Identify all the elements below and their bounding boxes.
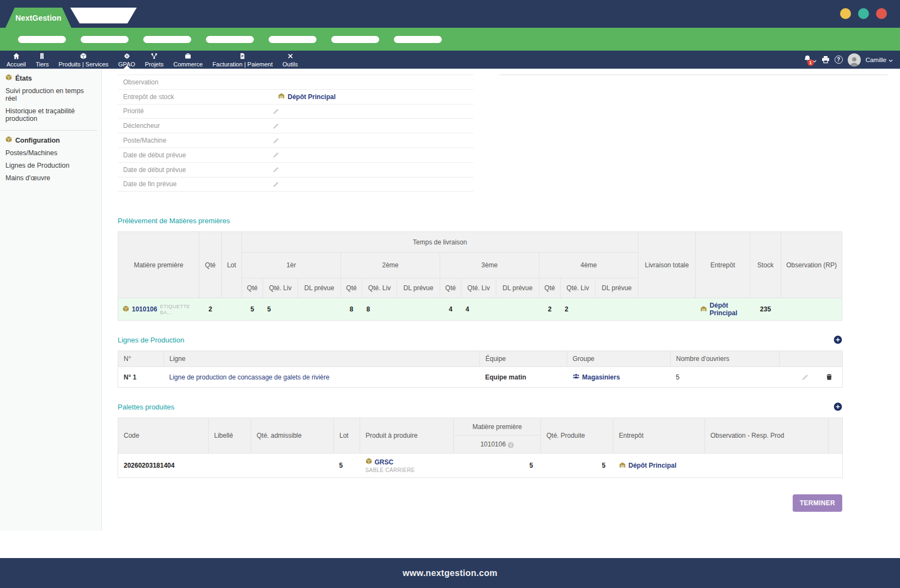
- palette-entrepot-link[interactable]: Dépôt Principal: [613, 462, 705, 470]
- edit-pencil-icon[interactable]: [273, 181, 279, 187]
- edit-pencil-icon[interactable]: [802, 374, 808, 381]
- delivery-4-qte-liv: 2: [561, 298, 595, 321]
- subcol-dl-prevue: DL prévue: [595, 278, 638, 298]
- menu-pill[interactable]: [143, 36, 191, 43]
- sidebar-item-suivi-production[interactable]: Suivi production en temps réel: [0, 85, 101, 105]
- detail-row-date-debut-prevue-2: Date de début prévue: [118, 163, 473, 177]
- edit-pencil-icon[interactable]: [273, 108, 279, 114]
- info-icon[interactable]: [508, 442, 514, 448]
- window-controls: [840, 8, 887, 19]
- add-line-button[interactable]: [834, 335, 842, 344]
- palettes-section-header: Palettes produites: [118, 402, 842, 411]
- sidebar-item-postes-machines[interactable]: Postes/Machines: [0, 147, 101, 160]
- col-header-stock: Stock: [750, 232, 781, 298]
- nav-item-gpao[interactable]: GPAO: [113, 51, 140, 69]
- tools-icon: [287, 53, 294, 59]
- avatar[interactable]: [848, 53, 861, 66]
- delivery-2-dl-prevue: [397, 298, 440, 321]
- nav-item-projets[interactable]: Projets: [140, 51, 168, 69]
- produit-code-label: GRSC: [375, 458, 394, 466]
- edit-pencil-icon[interactable]: [273, 123, 279, 129]
- nav-item-tiers[interactable]: Tiers: [31, 51, 53, 69]
- material-entrepot-link[interactable]: Dépôt Principal: [696, 302, 750, 317]
- field-label: Date de fin prévue: [118, 180, 267, 188]
- menu-pill[interactable]: [206, 36, 254, 43]
- menu-pill[interactable]: [18, 36, 66, 43]
- window-close-dot[interactable]: [876, 8, 887, 19]
- nav-item-outils[interactable]: Outils: [278, 51, 303, 69]
- palette-code: 20260203181404: [118, 454, 209, 478]
- cube-gold-icon: [123, 305, 129, 314]
- edit-pencil-icon[interactable]: [273, 167, 279, 173]
- col-header-qte-produite: Qté. Produite: [541, 418, 613, 454]
- field-label: Observation: [118, 78, 267, 86]
- window-maximize-dot[interactable]: [858, 8, 869, 19]
- material-code-link[interactable]: 1010106: [132, 305, 157, 313]
- user-menu[interactable]: Camille: [866, 57, 893, 63]
- brand-logo-tab[interactable]: NextGestion: [5, 8, 71, 28]
- notifications-button[interactable]: 1: [804, 55, 817, 65]
- material-livraison-totale: [638, 298, 696, 321]
- sidebar-item-lignes-production[interactable]: Lignes de Production: [0, 160, 101, 172]
- nav-item-produits-services[interactable]: Produits | Services: [54, 51, 114, 69]
- main-content: Observation Entrepôt de stock Dépôt Prin…: [102, 69, 900, 558]
- nav-item-label: GPAO: [118, 61, 135, 68]
- delivery-3-dl-prevue: [496, 298, 539, 321]
- menu-pill[interactable]: [331, 36, 379, 43]
- col-header-lot: Lot: [222, 232, 242, 298]
- line-groupe-link[interactable]: Magasiniers: [573, 373, 665, 381]
- edit-pencil-icon[interactable]: [273, 152, 279, 158]
- production-order-details: Observation Entrepôt de stock Dépôt Prin…: [118, 75, 473, 192]
- delivery-2-qte: 8: [341, 298, 362, 321]
- nav-item-accueil[interactable]: Accueil: [2, 51, 31, 69]
- nav-item-commerce[interactable]: Commerce: [168, 51, 208, 69]
- menu-pill[interactable]: [81, 36, 129, 43]
- sidebar-section-title: Configuration: [15, 137, 60, 144]
- terminer-button[interactable]: TERMINER: [793, 494, 842, 512]
- trash-icon[interactable]: [826, 373, 832, 381]
- subcol-qte-liv: Qté. Liv: [561, 278, 595, 298]
- site-footer: www.nextgestion.com: [0, 558, 900, 588]
- palette-observation: [705, 454, 829, 478]
- add-palette-button[interactable]: [834, 402, 842, 411]
- line-name-link[interactable]: Ligne de production de concassage de gal…: [164, 367, 480, 388]
- edit-pencil-icon[interactable]: [273, 138, 279, 144]
- col-header-num: N°: [118, 351, 164, 367]
- window-minimize-dot[interactable]: [840, 8, 851, 19]
- col-header-qte: Qté: [199, 232, 222, 298]
- warehouse-icon: [278, 93, 285, 101]
- nav-item-label: Commerce: [173, 61, 203, 68]
- palettes-table: Code Libellé Qté. admissible Lot Produit…: [118, 418, 843, 478]
- subcol-qte: Qté: [440, 278, 461, 298]
- window-tab-blank[interactable]: [70, 8, 137, 23]
- col-header-livraison-totale: Livraison totale: [638, 232, 696, 298]
- nav-item-facturation-paiement[interactable]: Facturation | Paiement: [208, 51, 277, 69]
- help-icon[interactable]: [835, 56, 843, 64]
- palette-qte-produite: 5: [541, 454, 613, 478]
- col-header-libelle: Libellé: [209, 418, 251, 454]
- detail-row-date-fin-prevue: Date de fin prévue: [118, 177, 473, 192]
- col-header-ligne: Ligne: [164, 351, 480, 367]
- sidebar-item-historique-tracabilite[interactable]: Historique et traçabilité production: [0, 105, 101, 125]
- col-header-equipe: Équipe: [480, 351, 567, 367]
- lines-section-title: Lignes de Production: [118, 336, 184, 344]
- branch-icon: [151, 53, 157, 59]
- notification-badge: 1: [807, 59, 814, 66]
- menu-pill[interactable]: [269, 36, 317, 43]
- lines-section-header: Lignes de Production: [118, 335, 842, 344]
- detail-row-observation: Observation: [118, 75, 473, 90]
- detail-row-poste-machine: Poste/Machine: [118, 133, 473, 148]
- menu-pill[interactable]: [394, 36, 442, 43]
- delivery-3-qte: 4: [440, 298, 461, 321]
- detail-row-declencheur: Déclencheur: [118, 119, 473, 133]
- col-header-actions: [780, 351, 843, 367]
- warehouse-icon: [700, 305, 707, 314]
- sidebar-item-mains-oeuvre[interactable]: Mains d'œuvre: [0, 172, 101, 185]
- palette-produit-link[interactable]: GRSC: [366, 458, 454, 466]
- materials-table-row: 1010106 ETIQUETTE BA... 2 5 5 8 8 4 4 2 …: [118, 298, 842, 321]
- field-value: Dépôt Principal: [288, 93, 336, 101]
- delivery-3-qte-liv: 4: [461, 298, 496, 321]
- palette-libelle: [209, 454, 251, 478]
- print-button[interactable]: [822, 56, 830, 64]
- entrepot-stock-link[interactable]: Dépôt Principal: [278, 93, 336, 101]
